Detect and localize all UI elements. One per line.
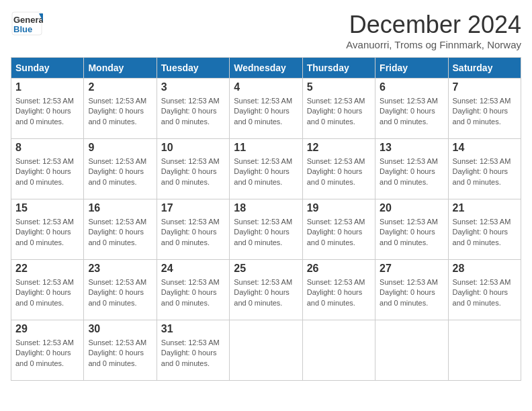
calendar-cell: 8Sunset: 12:53 AM Daylight: 0 hours and … <box>11 139 84 199</box>
calendar-cell: 27Sunset: 12:53 AM Daylight: 0 hours and… <box>375 260 448 320</box>
day-info: Sunset: 12:53 AM Daylight: 0 hours and 0… <box>88 277 152 308</box>
calendar-cell: 14Sunset: 12:53 AM Daylight: 0 hours and… <box>448 139 521 199</box>
calendar-cell: 23Sunset: 12:53 AM Daylight: 0 hours and… <box>84 260 157 320</box>
calendar-cell: 31Sunset: 12:53 AM Daylight: 0 hours and… <box>157 320 229 381</box>
header: General Blue December 2024 Avanuorri, Tr… <box>11 11 521 50</box>
calendar-cell <box>302 320 375 381</box>
calendar-header-row: Sunday Monday Tuesday Wednesday Thursday… <box>11 58 521 79</box>
day-number: 27 <box>380 263 443 275</box>
calendar-cell: 1Sunset: 12:53 AM Daylight: 0 hours and … <box>11 79 84 139</box>
day-info: Sunset: 12:53 AM Daylight: 0 hours and 0… <box>307 156 371 187</box>
day-number: 10 <box>161 142 225 154</box>
day-info: Sunset: 12:53 AM Daylight: 0 hours and 0… <box>161 277 225 308</box>
day-info: Sunset: 12:53 AM Daylight: 0 hours and 0… <box>380 277 443 308</box>
day-number: 21 <box>453 202 517 214</box>
day-info: Sunset: 12:53 AM Daylight: 0 hours and 0… <box>161 217 225 248</box>
day-info: Sunset: 12:53 AM Daylight: 0 hours and 0… <box>453 156 517 187</box>
logo-icon: General Blue <box>11 11 43 36</box>
day-number: 28 <box>453 263 517 275</box>
day-number: 15 <box>15 202 79 214</box>
day-number: 29 <box>15 323 79 335</box>
calendar-cell: 2Sunset: 12:53 AM Daylight: 0 hours and … <box>84 79 157 139</box>
day-number: 14 <box>453 142 517 154</box>
calendar-cell: 13Sunset: 12:53 AM Daylight: 0 hours and… <box>375 139 448 199</box>
calendar-cell: 10Sunset: 12:53 AM Daylight: 0 hours and… <box>157 139 229 199</box>
title-section: December 2024 Avanuorri, Troms og Finnma… <box>346 11 521 50</box>
calendar-cell: 28Sunset: 12:53 AM Daylight: 0 hours and… <box>448 260 521 320</box>
day-info: Sunset: 12:53 AM Daylight: 0 hours and 0… <box>88 217 152 248</box>
header-sunday: Sunday <box>11 58 84 79</box>
header-tuesday: Tuesday <box>157 58 229 79</box>
calendar-cell: 9Sunset: 12:53 AM Daylight: 0 hours and … <box>84 139 157 199</box>
calendar-cell: 5Sunset: 12:53 AM Daylight: 0 hours and … <box>302 79 375 139</box>
day-info: Sunset: 12:53 AM Daylight: 0 hours and 0… <box>380 156 443 187</box>
day-info: Sunset: 12:53 AM Daylight: 0 hours and 0… <box>234 217 298 248</box>
day-info: Sunset: 12:53 AM Daylight: 0 hours and 0… <box>15 277 79 308</box>
day-info: Sunset: 12:53 AM Daylight: 0 hours and 0… <box>453 277 517 308</box>
header-friday: Friday <box>375 58 448 79</box>
calendar-cell <box>375 320 448 381</box>
day-info: Sunset: 12:53 AM Daylight: 0 hours and 0… <box>88 338 152 369</box>
day-number: 30 <box>88 323 152 335</box>
header-thursday: Thursday <box>302 58 375 79</box>
day-number: 6 <box>380 81 443 93</box>
day-info: Sunset: 12:53 AM Daylight: 0 hours and 0… <box>234 96 298 127</box>
day-number: 18 <box>234 202 298 214</box>
day-info: Sunset: 12:53 AM Daylight: 0 hours and 0… <box>307 96 371 127</box>
day-number: 20 <box>380 202 443 214</box>
calendar-cell: 22Sunset: 12:53 AM Daylight: 0 hours and… <box>11 260 84 320</box>
calendar-cell: 21Sunset: 12:53 AM Daylight: 0 hours and… <box>448 199 521 260</box>
calendar-cell: 20Sunset: 12:53 AM Daylight: 0 hours and… <box>375 199 448 260</box>
day-number: 19 <box>307 202 371 214</box>
day-info: Sunset: 12:53 AM Daylight: 0 hours and 0… <box>88 96 152 127</box>
day-info: Sunset: 12:53 AM Daylight: 0 hours and 0… <box>161 338 225 369</box>
svg-text:Blue: Blue <box>13 24 32 34</box>
calendar-cell: 15Sunset: 12:53 AM Daylight: 0 hours and… <box>11 199 84 260</box>
svg-text:General: General <box>13 15 43 25</box>
day-number: 22 <box>15 263 79 275</box>
month-title: December 2024 <box>346 11 521 39</box>
calendar-cell: 25Sunset: 12:53 AM Daylight: 0 hours and… <box>230 260 302 320</box>
day-number: 7 <box>453 81 517 93</box>
day-number: 13 <box>380 142 443 154</box>
calendar-cell: 30Sunset: 12:53 AM Daylight: 0 hours and… <box>84 320 157 381</box>
day-number: 16 <box>88 202 152 214</box>
header-wednesday: Wednesday <box>230 58 302 79</box>
header-monday: Monday <box>84 58 157 79</box>
day-info: Sunset: 12:53 AM Daylight: 0 hours and 0… <box>380 96 443 127</box>
day-number: 5 <box>307 81 371 93</box>
day-number: 17 <box>161 202 225 214</box>
day-info: Sunset: 12:53 AM Daylight: 0 hours and 0… <box>453 217 517 248</box>
day-number: 23 <box>88 263 152 275</box>
calendar-week-5: 29Sunset: 12:53 AM Daylight: 0 hours and… <box>11 320 521 381</box>
day-info: Sunset: 12:53 AM Daylight: 0 hours and 0… <box>380 217 443 248</box>
header-saturday: Saturday <box>448 58 521 79</box>
calendar-cell <box>448 320 521 381</box>
day-number: 2 <box>88 81 152 93</box>
day-info: Sunset: 12:53 AM Daylight: 0 hours and 0… <box>15 96 79 127</box>
calendar-cell: 26Sunset: 12:53 AM Daylight: 0 hours and… <box>302 260 375 320</box>
day-info: Sunset: 12:53 AM Daylight: 0 hours and 0… <box>307 217 371 248</box>
calendar-week-2: 8Sunset: 12:53 AM Daylight: 0 hours and … <box>11 139 521 199</box>
day-number: 1 <box>15 81 79 93</box>
calendar-table: Sunday Monday Tuesday Wednesday Thursday… <box>11 57 521 381</box>
day-number: 9 <box>88 142 152 154</box>
calendar-cell <box>230 320 302 381</box>
day-info: Sunset: 12:53 AM Daylight: 0 hours and 0… <box>88 156 152 187</box>
day-number: 3 <box>161 81 225 93</box>
day-number: 12 <box>307 142 371 154</box>
day-info: Sunset: 12:53 AM Daylight: 0 hours and 0… <box>15 156 79 187</box>
day-number: 31 <box>161 323 225 335</box>
day-info: Sunset: 12:53 AM Daylight: 0 hours and 0… <box>15 217 79 248</box>
day-number: 25 <box>234 263 298 275</box>
calendar-cell: 11Sunset: 12:53 AM Daylight: 0 hours and… <box>230 139 302 199</box>
calendar-cell: 16Sunset: 12:53 AM Daylight: 0 hours and… <box>84 199 157 260</box>
calendar-cell: 3Sunset: 12:53 AM Daylight: 0 hours and … <box>157 79 229 139</box>
day-info: Sunset: 12:53 AM Daylight: 0 hours and 0… <box>453 96 517 127</box>
day-number: 26 <box>307 263 371 275</box>
calendar-cell: 18Sunset: 12:53 AM Daylight: 0 hours and… <box>230 199 302 260</box>
day-number: 8 <box>15 142 79 154</box>
calendar-cell: 24Sunset: 12:53 AM Daylight: 0 hours and… <box>157 260 229 320</box>
calendar-cell: 4Sunset: 12:53 AM Daylight: 0 hours and … <box>230 79 302 139</box>
calendar-cell: 7Sunset: 12:53 AM Daylight: 0 hours and … <box>448 79 521 139</box>
